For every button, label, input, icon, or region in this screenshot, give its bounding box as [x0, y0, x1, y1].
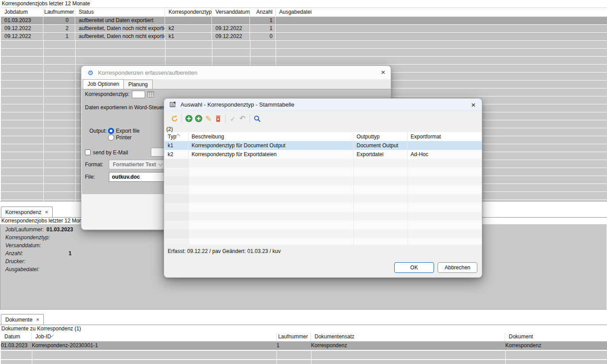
cell-status: aufbereitet und Daten exportiert [75, 17, 165, 24]
auswahl-table-header: Typ Beschreibung Outputtyp Exportformat [165, 132, 482, 142]
table-row[interactable]: k1 Korrespondenztyp für Document Output … [165, 141, 482, 150]
close-tab-icon[interactable]: × [36, 317, 39, 322]
jobs-table-title: Korrespondenzjobs letzter 12 Monate [1, 0, 607, 8]
cell-typ: k2 [165, 150, 188, 159]
cell-anzahl: 1 [250, 17, 276, 24]
field-label-korrespondenztyp: Korrespondenztyp: [5, 234, 50, 241]
format-label: Format: [85, 161, 103, 168]
column-header-outputtyp[interactable]: Outputtyp [353, 132, 407, 141]
cell-jobdatum: 09.12.2022 [1, 25, 43, 32]
radio-export-file[interactable] [108, 128, 114, 134]
cell-typ: k1 [165, 141, 188, 150]
add-button[interactable] [184, 114, 194, 123]
cell-anzahl: 1 [250, 25, 276, 32]
table-row[interactable]: 09.12.2022 2 aufbereitet, Daten noch nic… [1, 25, 607, 32]
toolbar-separator [225, 114, 226, 123]
undo-icon: ↶ [239, 115, 245, 122]
column-header-anzahl[interactable]: Anzahl [250, 8, 276, 16]
cell-korrespondenztyp: k2 [165, 25, 212, 32]
ok-button[interactable]: OK [394, 262, 434, 273]
add-icon [185, 115, 193, 123]
cell-dokument: Korrespondenz [505, 341, 607, 350]
cell-jobdatum: 01.03.2023 [1, 17, 43, 24]
column-header-beschreibung[interactable]: Beschreibung [188, 132, 353, 141]
add-copy-icon [195, 115, 203, 123]
refresh-icon [171, 115, 178, 123]
close-tab-icon[interactable]: × [45, 209, 48, 215]
field-label-ausgabedatei: Ausgabedatei: [5, 266, 39, 273]
column-header-dokumentensatz[interactable]: Dokumentensatz [311, 333, 505, 341]
job-dialog-tabstrip: Job Optionen Planung [81, 79, 391, 89]
tab-dokumente[interactable]: Dokumente × [1, 314, 44, 325]
tab-planung[interactable]: Planung [123, 80, 153, 89]
column-header-jobdatum[interactable]: Jobdatum [1, 8, 43, 16]
job-dialog-title: Korrespondenzen erfassen/aufbereiten [98, 69, 197, 76]
cell-jobdatum: 09.12.2022 [1, 33, 43, 40]
cancel-button[interactable]: Abbrechen [438, 262, 477, 273]
send-by-email-label[interactable]: send by E-Mail [93, 149, 128, 156]
radio-printer[interactable] [108, 134, 114, 141]
column-header-korrespondenztyp[interactable]: Korrespondenztyp [165, 8, 212, 16]
chevron-down-icon [158, 162, 163, 166]
undo-button[interactable]: ↶ [238, 114, 247, 123]
cell-outputtyp: Exportdatei [353, 150, 407, 159]
refresh-button[interactable] [169, 114, 179, 123]
field-label-versanddatum: Versanddatum: [5, 242, 41, 249]
jobs-table-header: Jobdatum Laufnummer Status Korrespondenz… [1, 8, 607, 17]
cell-anzahl: 0 [250, 33, 276, 40]
record-audit-status: Erfasst: 09.12.22 / pav Geändert: 01.03.… [168, 248, 281, 255]
column-header-ausgabedatei[interactable]: Ausgabedatei [276, 8, 607, 16]
table-lookup-icon[interactable] [147, 91, 154, 99]
cell-datum: 01.03.2023 [1, 341, 32, 350]
column-header-datum[interactable]: Datum [1, 333, 32, 341]
confirm-button[interactable]: ✓ [228, 114, 238, 123]
radio-printer-label[interactable]: Printer [116, 134, 131, 141]
table-row[interactable]: 01.03.2023 0 aufbereitet und Daten expor… [1, 17, 607, 24]
job-dialog-titlebar: ⚙ Korrespondenzen erfassen/aufbereiten × [81, 66, 391, 79]
toolbar-separator [181, 114, 182, 123]
search-button[interactable] [252, 114, 262, 123]
column-separator [407, 159, 408, 245]
field-label-drucker: Drucker: [5, 258, 25, 265]
column-separator [188, 159, 189, 245]
send-by-email-checkbox[interactable] [85, 149, 91, 155]
field-label-job-laufnummer: Job/Laufummer: [5, 226, 44, 233]
add-copy-button[interactable] [194, 114, 204, 123]
tab-job-optionen[interactable]: Job Optionen [83, 79, 124, 89]
korrespondenz-subtitle: Korrespondenzjobs letzter 12 Monate [1, 218, 89, 224]
cell-ausgabedatei [276, 17, 607, 24]
column-separator [43, 17, 44, 201]
column-header-status[interactable]: Status [75, 8, 165, 16]
column-header-dokument[interactable]: Dokument [505, 333, 607, 341]
close-icon[interactable]: × [381, 67, 385, 78]
column-header-laufnummer[interactable]: Laufnummer [277, 333, 311, 341]
cell-versanddatum: 09.12.2022 [212, 33, 250, 40]
close-icon[interactable]: × [471, 100, 476, 111]
tab-korrespondenz[interactable]: Korrespondenz × [1, 207, 53, 217]
field-value-job-laufnummer: 01.03.2023 [46, 226, 73, 233]
radio-export-file-label[interactable]: Export file [116, 127, 139, 134]
format-select[interactable]: Formatierter Text [109, 160, 166, 169]
cell-outputtyp: Document Output [353, 141, 407, 150]
column-header-versanddatum[interactable]: Versanddatum [212, 8, 250, 16]
korrespondenztyp-label: Korrespondenztyp: [85, 91, 130, 98]
column-header-laufnummer[interactable]: Laufnummer [43, 8, 75, 16]
edit-button[interactable]: ✎ [204, 114, 213, 123]
cell-korrespondenztyp: k1 [165, 33, 212, 40]
record-count: (2) [166, 126, 173, 132]
cell-job-id: Korrespondenz-20230301-1 [32, 341, 277, 350]
gear-icon: ⚙ [88, 69, 93, 76]
table-row[interactable]: 09.12.2022 1 aufbereitet, Daten noch nic… [1, 33, 607, 40]
table-row[interactable]: 01.03.2023 Korrespondenz-20230301-1 1 Ko… [1, 341, 607, 350]
cell-status: aufbereitet, Daten noch nicht exportiert [75, 25, 165, 32]
auswahl-toolbar: ✎ ✓ ↶ [164, 111, 482, 126]
column-header-exportformat[interactable]: Exportformat [407, 132, 482, 141]
column-header-job-id[interactable]: Job-ID [32, 333, 277, 341]
cell-laufnummer: 1 [43, 33, 75, 40]
table-row[interactable]: k2 Korrespondenztyp für Exportdateien Ex… [165, 150, 482, 159]
field-label-anzahl: Anzahl: [5, 250, 23, 257]
delete-button[interactable] [213, 114, 223, 123]
korrespondenztyp-input[interactable] [132, 91, 145, 98]
typ-column-shading [165, 159, 188, 245]
table-list-icon [169, 101, 176, 108]
